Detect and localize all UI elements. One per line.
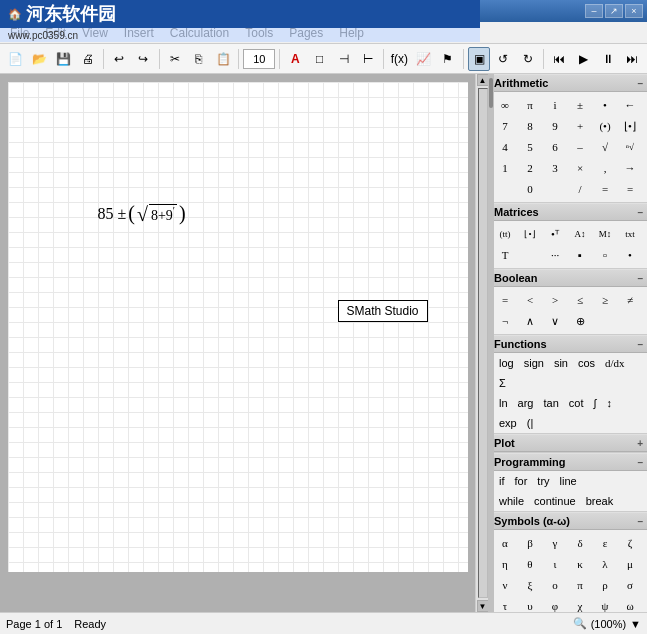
plot-toggle[interactable]: + <box>637 438 643 449</box>
cut-button[interactable]: ✂ <box>164 47 186 71</box>
btn-eq2[interactable]: = <box>619 179 641 199</box>
btn-updown[interactable]: ↕ <box>603 395 615 411</box>
menu-tools[interactable]: Tools <box>237 24 281 42</box>
vscroll-down[interactable]: ▼ <box>477 600 489 612</box>
btn-sigma[interactable]: σ <box>619 575 641 595</box>
section-arithmetic-header[interactable]: Arithmetic – <box>490 74 647 92</box>
btn-mat-dots[interactable]: ··· <box>544 245 566 265</box>
btn-mat-sp[interactable] <box>519 245 541 265</box>
restore-button[interactable]: ↗ <box>605 4 623 18</box>
btn-left-arrow[interactable]: ← <box>619 95 641 115</box>
fontsize-input[interactable] <box>243 49 275 69</box>
canvas-area[interactable]: 85 ± ( √ 8+9′ ) SMath Studio <box>0 74 475 612</box>
btn-gamma[interactable]: γ <box>544 533 566 553</box>
btn-zeta[interactable]: ζ <box>619 533 641 553</box>
btn-pi[interactable]: π <box>519 95 541 115</box>
btn-floor[interactable]: ⌊•⌋ <box>619 116 641 136</box>
btn-pi-sym[interactable]: π <box>569 575 591 595</box>
canvas-scroll[interactable]: 85 ± ( √ 8+9′ ) SMath Studio <box>0 74 475 612</box>
btn-8[interactable]: 8 <box>519 116 541 136</box>
btn-mat-sq2[interactable]: ▫ <box>594 245 616 265</box>
copy-button[interactable]: ⎘ <box>188 47 210 71</box>
arithmetic-toggle[interactable]: – <box>637 78 643 89</box>
btn-bool-xor[interactable]: ⊕ <box>569 311 591 331</box>
btn-mat-floor[interactable]: ⌊•⌋ <box>519 224 541 244</box>
btn-arg[interactable]: arg <box>515 395 537 411</box>
close-button[interactable]: × <box>625 4 643 18</box>
btn-epsilon[interactable]: ε <box>594 533 616 553</box>
menu-pages[interactable]: Pages <box>281 24 331 42</box>
btn-nroot[interactable]: ⁿ√ <box>619 137 641 157</box>
menu-help[interactable]: Help <box>331 24 372 42</box>
btn-mu[interactable]: μ <box>619 554 641 574</box>
btn-tau[interactable]: τ <box>494 596 516 612</box>
btn-bool-or[interactable]: ∨ <box>544 311 566 331</box>
btn-while[interactable]: while <box>496 493 527 509</box>
btn-space[interactable] <box>494 179 516 199</box>
btn-try[interactable]: try <box>534 473 552 489</box>
btn-paren-dot[interactable]: (•) <box>594 116 616 136</box>
btn-kappa[interactable]: κ <box>569 554 591 574</box>
vscroll-up[interactable]: ▲ <box>477 74 489 86</box>
boolean-toggle[interactable]: – <box>637 273 643 284</box>
btn-tan[interactable]: tan <box>540 395 561 411</box>
menu-edit[interactable]: Edit <box>37 24 74 42</box>
forward-button[interactable]: ⏭ <box>621 47 643 71</box>
btn-0[interactable]: 0 <box>519 179 541 199</box>
btn-mat-bullet[interactable]: • <box>619 245 641 265</box>
new-button[interactable]: 📄 <box>4 47 26 71</box>
selected-box[interactable]: SMath Studio <box>338 300 428 322</box>
btn-log[interactable]: log <box>496 355 517 371</box>
btn-bool-and[interactable]: ∧ <box>519 311 541 331</box>
btn-integral[interactable]: ∫ <box>590 395 599 411</box>
btn-upsilon[interactable]: υ <box>519 596 541 612</box>
btn-sign[interactable]: sign <box>521 355 547 371</box>
btn-rho[interactable]: ρ <box>594 575 616 595</box>
print-button[interactable]: 🖨 <box>77 47 99 71</box>
btn-xi[interactable]: ξ <box>519 575 541 595</box>
btn-mat-row[interactable]: A↕ <box>569 224 591 244</box>
btn-psi[interactable]: ψ <box>594 596 616 612</box>
btn-sin[interactable]: sin <box>551 355 571 371</box>
btn-bool-ge[interactable]: ≥ <box>594 290 616 310</box>
btn-bool-not[interactable]: ¬ <box>494 311 516 331</box>
btn-mat-T2[interactable]: T <box>494 245 516 265</box>
btn-cos[interactable]: cos <box>575 355 598 371</box>
section-functions-header[interactable]: Functions – <box>490 335 647 353</box>
symbols-lower-toggle[interactable]: – <box>637 516 643 527</box>
refresh-button[interactable]: ↺ <box>492 47 514 71</box>
minimize-button[interactable]: – <box>585 4 603 18</box>
btn-mat-tt[interactable]: (tt) <box>494 224 516 244</box>
btn-mat-sq1[interactable]: ▪ <box>569 245 591 265</box>
btn-piecewise[interactable]: (| <box>524 415 537 431</box>
btn-bool-gt[interactable]: > <box>544 290 566 310</box>
btn-bool-eq[interactable]: = <box>494 290 516 310</box>
btn-for[interactable]: for <box>512 473 531 489</box>
btn-sum[interactable]: Σ <box>496 375 509 391</box>
btn-iota[interactable]: ι <box>544 554 566 574</box>
btn-sqrt[interactable]: √ <box>594 137 616 157</box>
btn-omicron[interactable]: ο <box>544 575 566 595</box>
programming-toggle[interactable]: – <box>637 457 643 468</box>
frame-button[interactable]: □ <box>309 47 331 71</box>
btn-2[interactable]: 2 <box>519 158 541 178</box>
matrices-toggle[interactable]: – <box>637 207 643 218</box>
btn-bool-lt[interactable]: < <box>519 290 541 310</box>
section-matrices-header[interactable]: Matrices – <box>490 203 647 221</box>
math-expression[interactable]: 85 ± ( √ 8+9′ ) <box>98 202 186 225</box>
btn-ln[interactable]: ln <box>496 395 511 411</box>
btn-omega[interactable]: ω <box>619 596 641 612</box>
btn-eq[interactable]: = <box>594 179 616 199</box>
btn-alpha[interactable]: α <box>494 533 516 553</box>
btn-3[interactable]: 3 <box>544 158 566 178</box>
btn-nu[interactable]: ν <box>494 575 516 595</box>
btn-right-arrow[interactable]: → <box>619 158 641 178</box>
display-button[interactable]: ▣ <box>468 47 490 71</box>
btn-inf[interactable]: ∞ <box>494 95 516 115</box>
btn-cot[interactable]: cot <box>566 395 587 411</box>
btn-bool-le[interactable]: ≤ <box>569 290 591 310</box>
btn-deriv[interactable]: d/dx <box>602 355 628 371</box>
btn-bool-ne[interactable]: ≠ <box>619 290 641 310</box>
menu-calculation[interactable]: Calculation <box>162 24 237 42</box>
btn-line[interactable]: line <box>557 473 580 489</box>
